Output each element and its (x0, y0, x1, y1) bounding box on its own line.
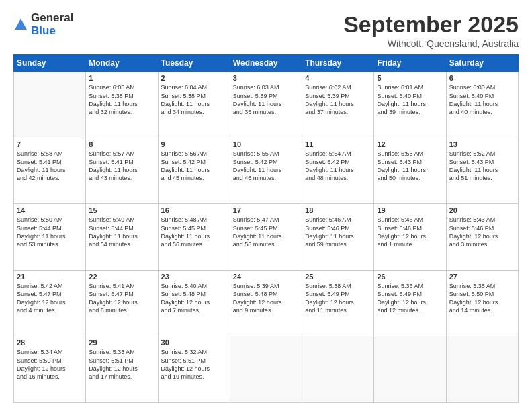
calendar-cell: 24Sunrise: 5:39 AMSunset: 5:48 PMDayligh… (230, 270, 302, 336)
day-number: 30 (161, 338, 227, 347)
calendar-cell: 9Sunrise: 5:56 AMSunset: 5:42 PMDaylight… (158, 138, 230, 204)
calendar-cell: 16Sunrise: 5:48 AMSunset: 5:45 PMDayligh… (158, 204, 230, 271)
cell-info: Sunrise: 5:39 AMSunset: 5:48 PMDaylight:… (233, 282, 299, 315)
cell-info: Sunrise: 6:03 AMSunset: 5:39 PMDaylight:… (233, 83, 299, 116)
logo-text: General Blue (31, 12, 73, 37)
calendar-week-row: 28Sunrise: 5:34 AMSunset: 5:50 PMDayligh… (14, 336, 519, 403)
calendar-cell: 22Sunrise: 5:41 AMSunset: 5:47 PMDayligh… (86, 270, 158, 336)
cell-info: Sunrise: 5:58 AMSunset: 5:41 PMDaylight:… (17, 150, 83, 183)
day-number: 8 (89, 140, 154, 148)
calendar-week-row: 7Sunrise: 5:58 AMSunset: 5:41 PMDaylight… (14, 138, 519, 204)
calendar-cell: 25Sunrise: 5:38 AMSunset: 5:49 PMDayligh… (302, 270, 374, 336)
calendar-cell: 27Sunrise: 5:35 AMSunset: 5:50 PMDayligh… (446, 270, 518, 336)
title-block: September 2025 Withcott, Queensland, Aus… (343, 12, 519, 49)
calendar-week-row: 21Sunrise: 5:42 AMSunset: 5:47 PMDayligh… (14, 270, 519, 336)
calendar-cell: 21Sunrise: 5:42 AMSunset: 5:47 PMDayligh… (14, 270, 86, 336)
cell-info: Sunrise: 6:04 AMSunset: 5:38 PMDaylight:… (161, 83, 227, 116)
day-number: 20 (449, 206, 515, 214)
calendar-cell: 1Sunrise: 6:05 AMSunset: 5:38 PMDaylight… (86, 72, 158, 138)
calendar-cell (230, 336, 302, 403)
calendar-cell: 3Sunrise: 6:03 AMSunset: 5:39 PMDaylight… (230, 72, 302, 138)
day-number: 27 (449, 273, 515, 281)
calendar-cell (14, 72, 86, 138)
calendar-cell (302, 336, 374, 403)
day-number: 21 (17, 273, 83, 281)
day-number: 5 (377, 74, 443, 82)
calendar-cell: 6Sunrise: 6:00 AMSunset: 5:40 PMDaylight… (446, 72, 518, 138)
calendar-cell: 23Sunrise: 5:40 AMSunset: 5:48 PMDayligh… (158, 270, 230, 336)
weekday-header: Friday (374, 55, 446, 72)
logo: General Blue (13, 12, 73, 37)
day-number: 2 (161, 74, 227, 82)
cell-info: Sunrise: 5:56 AMSunset: 5:42 PMDaylight:… (161, 150, 227, 183)
calendar-cell: 14Sunrise: 5:50 AMSunset: 5:44 PMDayligh… (14, 204, 86, 271)
calendar-cell: 7Sunrise: 5:58 AMSunset: 5:41 PMDaylight… (14, 138, 86, 204)
day-number: 4 (305, 74, 371, 82)
day-number: 10 (233, 140, 299, 148)
cell-info: Sunrise: 6:00 AMSunset: 5:40 PMDaylight:… (449, 83, 515, 116)
calendar-cell: 28Sunrise: 5:34 AMSunset: 5:50 PMDayligh… (14, 336, 86, 403)
cell-info: Sunrise: 5:55 AMSunset: 5:42 PMDaylight:… (233, 150, 299, 183)
weekday-header: Saturday (446, 55, 518, 72)
cell-info: Sunrise: 5:46 AMSunset: 5:46 PMDaylight:… (305, 216, 371, 248)
day-number: 25 (305, 273, 371, 281)
weekday-header: Thursday (302, 55, 374, 72)
cell-info: Sunrise: 5:38 AMSunset: 5:49 PMDaylight:… (305, 282, 371, 315)
cell-info: Sunrise: 5:48 AMSunset: 5:45 PMDaylight:… (161, 216, 227, 248)
day-number: 29 (89, 338, 154, 347)
cell-info: Sunrise: 6:01 AMSunset: 5:40 PMDaylight:… (377, 83, 443, 116)
day-number: 6 (449, 74, 515, 82)
calendar-cell: 17Sunrise: 5:47 AMSunset: 5:45 PMDayligh… (230, 204, 302, 271)
cell-info: Sunrise: 5:52 AMSunset: 5:43 PMDaylight:… (449, 150, 515, 183)
calendar-cell (446, 336, 518, 403)
svg-marker-1 (15, 19, 27, 30)
cell-info: Sunrise: 5:54 AMSunset: 5:42 PMDaylight:… (305, 150, 371, 183)
cell-info: Sunrise: 5:36 AMSunset: 5:49 PMDaylight:… (377, 282, 443, 315)
day-number: 3 (233, 74, 299, 82)
calendar-cell: 2Sunrise: 6:04 AMSunset: 5:38 PMDaylight… (158, 72, 230, 138)
calendar-table: SundayMondayTuesdayWednesdayThursdayFrid… (13, 54, 519, 403)
calendar-cell: 10Sunrise: 5:55 AMSunset: 5:42 PMDayligh… (230, 138, 302, 204)
day-number: 13 (449, 140, 515, 148)
logo-blue: Blue (31, 25, 73, 38)
logo-icon (13, 17, 28, 32)
weekday-header: Sunday (14, 55, 86, 72)
calendar-cell: 26Sunrise: 5:36 AMSunset: 5:49 PMDayligh… (374, 270, 446, 336)
cell-info: Sunrise: 5:41 AMSunset: 5:47 PMDaylight:… (89, 282, 154, 315)
logo-general: General (31, 12, 73, 25)
day-number: 17 (233, 206, 299, 214)
day-number: 18 (305, 206, 371, 214)
cell-info: Sunrise: 5:50 AMSunset: 5:44 PMDaylight:… (17, 216, 83, 248)
cell-info: Sunrise: 5:34 AMSunset: 5:50 PMDaylight:… (17, 348, 83, 381)
cell-info: Sunrise: 6:02 AMSunset: 5:39 PMDaylight:… (305, 83, 371, 116)
cell-info: Sunrise: 5:57 AMSunset: 5:41 PMDaylight:… (89, 150, 154, 183)
day-number: 1 (89, 74, 154, 82)
cell-info: Sunrise: 5:45 AMSunset: 5:46 PMDaylight:… (377, 216, 443, 248)
day-number: 26 (377, 273, 443, 281)
day-number: 16 (161, 206, 227, 214)
calendar-cell: 18Sunrise: 5:46 AMSunset: 5:46 PMDayligh… (302, 204, 374, 271)
cell-info: Sunrise: 5:40 AMSunset: 5:48 PMDaylight:… (161, 282, 227, 315)
calendar-cell: 13Sunrise: 5:52 AMSunset: 5:43 PMDayligh… (446, 138, 518, 204)
day-number: 14 (17, 206, 83, 214)
weekday-header: Tuesday (158, 55, 230, 72)
day-number: 23 (161, 273, 227, 281)
calendar-cell: 11Sunrise: 5:54 AMSunset: 5:42 PMDayligh… (302, 138, 374, 204)
cell-info: Sunrise: 5:47 AMSunset: 5:45 PMDaylight:… (233, 216, 299, 248)
cell-info: Sunrise: 5:49 AMSunset: 5:44 PMDaylight:… (89, 216, 154, 248)
calendar-cell: 29Sunrise: 5:33 AMSunset: 5:51 PMDayligh… (86, 336, 158, 403)
calendar-cell: 8Sunrise: 5:57 AMSunset: 5:41 PMDaylight… (86, 138, 158, 204)
weekday-header: Monday (86, 55, 158, 72)
calendar-cell: 4Sunrise: 6:02 AMSunset: 5:39 PMDaylight… (302, 72, 374, 138)
day-number: 9 (161, 140, 227, 148)
cell-info: Sunrise: 5:33 AMSunset: 5:51 PMDaylight:… (89, 348, 154, 381)
cell-info: Sunrise: 5:32 AMSunset: 5:51 PMDaylight:… (161, 348, 227, 381)
day-number: 19 (377, 206, 443, 214)
calendar-week-row: 1Sunrise: 6:05 AMSunset: 5:38 PMDaylight… (14, 72, 519, 138)
calendar-header-row: SundayMondayTuesdayWednesdayThursdayFrid… (14, 55, 519, 72)
cell-info: Sunrise: 5:43 AMSunset: 5:46 PMDaylight:… (449, 216, 515, 248)
location: Withcott, Queensland, Australia (343, 38, 519, 49)
calendar-week-row: 14Sunrise: 5:50 AMSunset: 5:44 PMDayligh… (14, 204, 519, 271)
month-title: September 2025 (343, 12, 519, 37)
calendar-cell: 20Sunrise: 5:43 AMSunset: 5:46 PMDayligh… (446, 204, 518, 271)
